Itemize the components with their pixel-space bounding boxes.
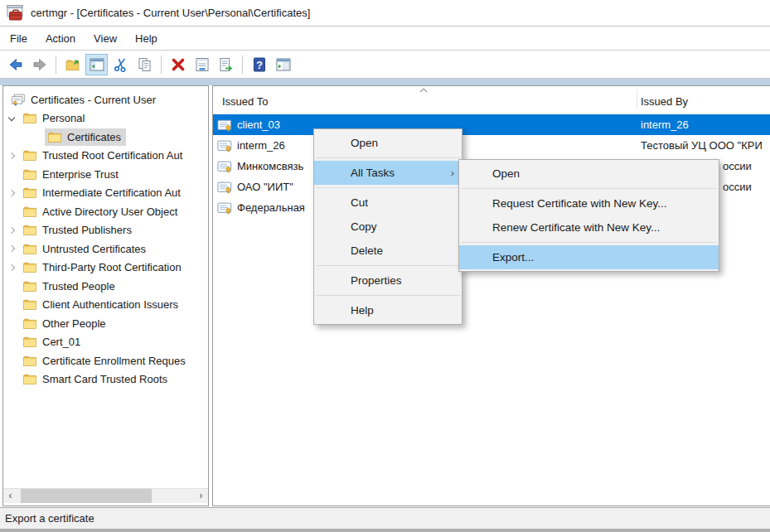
menu-file[interactable]: File: [1, 28, 36, 49]
tree-item-third-party-root-certification[interactable]: Third-Party Root Certification: [3, 259, 208, 278]
issued-to-value: interm_26: [237, 139, 285, 152]
chevron-placeholder: [6, 336, 17, 348]
delete-icon: [170, 56, 186, 73]
tree-item-personal[interactable]: Personal: [3, 109, 208, 128]
up-one-level-button[interactable]: [61, 54, 84, 75]
folder-icon: [22, 279, 37, 293]
copy-button[interactable]: [133, 54, 156, 75]
menu-bar: File Action View Help: [0, 27, 770, 51]
delete-button[interactable]: [167, 54, 189, 75]
submenu-arrow-icon: ›: [451, 167, 454, 179]
menu-separator: [316, 157, 460, 158]
tree-item-active-directory-user-object[interactable]: Active Directory User Object: [3, 202, 208, 221]
folder-icon: [22, 223, 37, 237]
tree-item-untrusted-certificates[interactable]: Untrusted Certificates: [3, 239, 208, 259]
issued-to-value: client_03: [237, 118, 280, 131]
folder-icon: [22, 354, 37, 368]
tree-item-intermediate-certification-aut[interactable]: Intermediate Certification Aut: [3, 184, 208, 203]
scrollbar-thumb[interactable]: [21, 489, 152, 503]
chevron-placeholder: [6, 280, 17, 292]
title-bar: certmgr - [Certificates - Current User\P…: [0, 0, 770, 27]
issued-by-value: Тестовый УЦ ООО "КРИ: [641, 139, 770, 152]
tree-item-trusted-root-certification-aut[interactable]: Trusted Root Certification Aut: [3, 147, 208, 166]
menu-item-open[interactable]: Open: [314, 131, 462, 155]
scrollbar-track[interactable]: [17, 489, 194, 503]
show-console-tree-button[interactable]: [85, 54, 108, 75]
menu-item-open[interactable]: Open: [459, 162, 719, 186]
tree-item-client-authentication-issuers[interactable]: Client Authentication Issuers: [3, 296, 208, 315]
menu-item-help[interactable]: Help: [314, 298, 462, 322]
list-row-interm-26[interactable]: interm_26Тестовый УЦ ООО "КРИ: [213, 135, 770, 156]
menu-action[interactable]: Action: [36, 28, 85, 49]
status-text: Export a certificate: [5, 512, 94, 525]
back-button[interactable]: [4, 54, 27, 75]
tree-chevron-right-icon[interactable]: [6, 262, 17, 273]
cut-icon: [113, 56, 129, 73]
folder-icon: [22, 335, 37, 349]
issued-to-value: Федеральная: [237, 201, 305, 214]
folder-icon: [22, 148, 37, 162]
show-action-pane-button[interactable]: [272, 54, 294, 75]
list-row-client-03[interactable]: client_03interm_26: [213, 114, 770, 135]
menu-item-export[interactable]: Export...: [459, 245, 719, 269]
tree-item-trusted-people[interactable]: Trusted People: [3, 277, 208, 296]
folder-icon: [22, 205, 37, 219]
certificate-list-pane: Issued To Issued By client_03interm_26in…: [212, 85, 770, 506]
folder-icon: [22, 317, 37, 331]
help-icon: [251, 56, 268, 73]
properties-button[interactable]: [191, 54, 213, 75]
tree-chevron-down-icon[interactable]: [6, 113, 17, 124]
column-divider[interactable]: [637, 89, 637, 110]
mmc-app-icon: [6, 4, 24, 22]
window-title: certmgr - [Certificates - Current User\P…: [31, 7, 310, 19]
console-tree-pane: Certificates - Current UserPersonalCerti…: [2, 85, 209, 506]
tree: Certificates - Current UserPersonalCerti…: [3, 86, 208, 389]
menu-item-cut[interactable]: Cut: [314, 191, 462, 215]
menu-separator: [461, 242, 717, 243]
menu-item-copy[interactable]: Copy: [314, 215, 462, 239]
toolbar-separator: [242, 56, 243, 74]
folder-icon: [22, 260, 37, 274]
tree-horizontal-scrollbar[interactable]: ‹ ›: [3, 488, 208, 503]
toolbar: [0, 51, 770, 79]
tree-chevron-right-icon[interactable]: [6, 225, 17, 236]
tree-item-certificates-current-user[interactable]: Certificates - Current User: [3, 90, 208, 109]
tree-item-enterprise-trust[interactable]: Enterprise Trust: [3, 165, 208, 184]
folder-icon: [22, 111, 37, 125]
export-list-button[interactable]: [215, 54, 237, 75]
tree-chevron-right-icon[interactable]: [6, 150, 17, 162]
tree-chevron-right-icon[interactable]: [6, 187, 17, 199]
tree-item-smart-card-trusted-roots[interactable]: Smart Card Trusted Roots: [3, 370, 208, 389]
tree-item-cert-01[interactable]: Cert_01: [3, 333, 208, 352]
column-header-issued-to[interactable]: Issued To: [222, 95, 268, 108]
menu-item-all-tasks[interactable]: All Tasks›: [314, 161, 462, 185]
certificate-store-icon: [11, 93, 26, 107]
menu-view[interactable]: View: [85, 28, 126, 49]
certificate-icon: [217, 180, 232, 195]
export-list-icon: [218, 56, 235, 73]
toolbar-bottom-strip: [0, 79, 770, 85]
tree-item-other-people[interactable]: Other People: [3, 314, 208, 333]
menu-item-renew-certificate-with-new-key[interactable]: Renew Certificate with New Key...: [459, 215, 719, 239]
menu-item-request-certificate-with-new-key[interactable]: Request Certificate with New Key...: [459, 191, 719, 215]
tree-item-trusted-publishers[interactable]: Trusted Publishers: [3, 221, 208, 240]
tree-item-certificates[interactable]: Certificates: [3, 128, 208, 147]
issued-to-value: Минкомсвязь: [237, 160, 303, 172]
tree-item-certificate-enrollment-reques[interactable]: Certificate Enrollment Reques: [3, 351, 208, 370]
chevron-placeholder: [6, 299, 17, 311]
scroll-right-icon[interactable]: ›: [194, 489, 208, 503]
column-header-issued-by[interactable]: Issued By: [641, 95, 688, 108]
menu-help[interactable]: Help: [126, 28, 167, 49]
tree-chevron-right-icon[interactable]: [6, 243, 17, 254]
help-button[interactable]: [248, 54, 270, 75]
status-bar: Export a certificate: [0, 507, 770, 529]
folder-icon: [22, 372, 37, 386]
scroll-left-icon[interactable]: ‹: [3, 489, 17, 503]
cut-button[interactable]: [109, 54, 132, 75]
forward-button[interactable]: [28, 54, 51, 75]
menu-item-properties[interactable]: Properties: [314, 268, 462, 293]
menu-item-delete[interactable]: Delete: [314, 239, 462, 263]
folder-icon: [22, 167, 37, 181]
show-console-tree-icon: [89, 56, 105, 73]
show-action-pane-icon: [275, 56, 292, 73]
